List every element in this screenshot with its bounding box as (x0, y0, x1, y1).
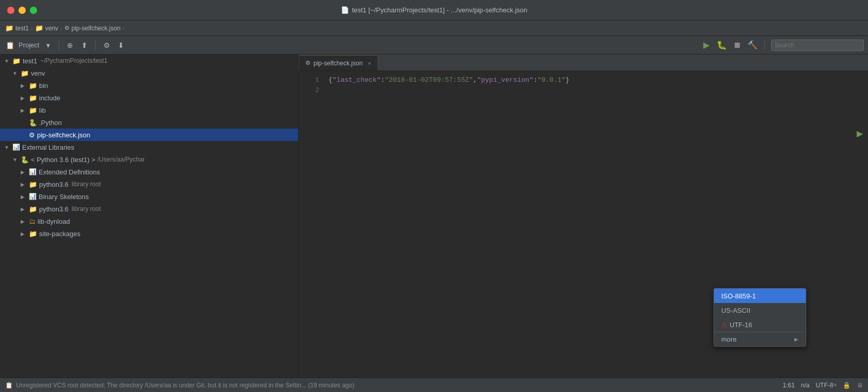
status-na: n/a (801, 382, 810, 389)
tree-label-dotpython: .Python (39, 119, 62, 127)
tree-label-test1: test1 (23, 57, 37, 65)
arrow-bin: ▶ (21, 83, 29, 88)
dropdown-item-iso[interactable]: ISO-8859-1 (714, 289, 806, 303)
divider-3 (765, 40, 765, 50)
breadcrumb-venv-label: venv (45, 25, 58, 32)
close-button[interactable] (7, 7, 14, 14)
tab-pip-selfcheck[interactable]: ⚙ pip-selfcheck.json × (299, 55, 378, 70)
debug-button[interactable]: 🐛 (716, 40, 727, 51)
project-panel-icon: 📋 (4, 40, 15, 51)
json-brace-open: { (328, 76, 333, 84)
breadcrumb-sep-2: › (60, 25, 62, 31)
tree-item-extlib[interactable]: ▼ 📊 External Libraries (0, 141, 298, 153)
sort-btn[interactable]: ⬇ (115, 40, 127, 51)
tree-item-lib[interactable]: ▶ 📁 lib (0, 104, 298, 116)
search-input[interactable] (771, 40, 864, 51)
status-right: 1:61 n/a UTF-8÷ 🔒 🖥 (783, 382, 863, 389)
status-position[interactable]: 1:61 (783, 382, 794, 389)
tree-sublabel-py36lib: library root (72, 181, 101, 188)
window-controls[interactable] (7, 7, 37, 14)
tree-item-venv[interactable]: ▼ 📁 venv (0, 67, 298, 79)
maximize-button[interactable] (30, 7, 37, 14)
breadcrumb: 📁 test1 › 📁 venv › ⚙ pip-selfcheck.json … (0, 21, 868, 36)
gear-btn[interactable]: ⚙ (101, 40, 112, 51)
folder-icon-2: 📁 (35, 24, 43, 32)
build-button[interactable]: 🔨 (747, 40, 758, 51)
dropdown-arrow-btn[interactable]: ▾ (42, 40, 54, 51)
breadcrumb-sep-1: › (31, 25, 33, 31)
encoding-dropdown[interactable]: ISO-8859-1 US-ASCII ⚠UTF-16 more ▶ (714, 288, 806, 347)
tree-item-dotpython[interactable]: 🐍 .Python (0, 116, 298, 129)
json-key-pypi: "pypi_version" (477, 76, 533, 84)
line-num-1: 1 (304, 75, 319, 85)
file-icon: 📄 (341, 6, 349, 14)
tree-item-extdef[interactable]: ▶ 📊 Extended Definitions (0, 166, 298, 178)
breadcrumb-test1[interactable]: 📁 test1 (5, 24, 29, 32)
code-area[interactable]: {"last_check":"2018-01-02T09:57:55Z","py… (324, 75, 868, 96)
json-val-pypi: "9.0.1" (537, 76, 566, 84)
divider-2 (95, 40, 96, 50)
status-message: Unregistered VCS root detected: The dire… (16, 382, 354, 389)
folder-icon-include: 📁 (29, 94, 37, 102)
tree-sublabel-py36lib2: library root (72, 205, 101, 212)
arrow-lib: ▶ (21, 108, 29, 113)
folder-icon-venv: 📁 (21, 69, 29, 77)
tree-label-binskeletons: Binary Skeletons (39, 193, 89, 201)
arrow-test1: ▼ (4, 58, 12, 64)
breadcrumb-file[interactable]: ⚙ pip-selfcheck.json (64, 25, 120, 32)
editor-content: 1 2 {"last_check":"2018-01-02T09:57:55Z"… (299, 71, 868, 100)
toolbar: 📋 Project ▾ ⊕ ⬆ ⚙ ⬇ ▶ 🐛 ⏹ 🔨 (0, 36, 868, 55)
tree-item-test1[interactable]: ▼ 📁 test1 ~/PycharmProjects/test1 (0, 55, 298, 67)
tree-item-py36lib[interactable]: ▶ 📁 python3.6 library root (0, 178, 298, 190)
vcs-icon: 📋 (5, 382, 13, 389)
minimize-button[interactable] (19, 7, 26, 14)
status-encoding[interactable]: UTF-8÷ (815, 382, 837, 389)
arrow-include: ▶ (21, 95, 29, 101)
tree-label-venv: venv (31, 69, 45, 77)
arrow-py36lib: ▶ (21, 182, 29, 187)
arrow-python36: ▼ (12, 157, 21, 163)
python-icon-36: 🐍 (21, 156, 29, 164)
dropdown-item-utf16[interactable]: ⚠UTF-16 (714, 317, 806, 332)
tree-item-binskeletons[interactable]: ▶ 📊 Binary Skeletons (0, 190, 298, 203)
dynload-icon: 🗂 (29, 218, 36, 225)
tree-item-pip-selfcheck[interactable]: ⚙ pip-selfcheck.json (0, 129, 298, 141)
tree-item-py36lib2[interactable]: ▶ 📁 python3.6 library root (0, 203, 298, 215)
dropdown-more-arrow: ▶ (794, 336, 798, 342)
tree-item-python36[interactable]: ▼ 🐍 < Python 3.6 (test1) > /Users/aa/Pyc… (0, 153, 298, 166)
breadcrumb-sep-3: › (123, 25, 125, 31)
project-label: Project (19, 41, 39, 49)
json-brace-close: } (565, 76, 569, 84)
folder-icon-lib: 📁 (29, 106, 37, 114)
tree-path-python36: /Users/aa/Pychar (97, 156, 145, 163)
stop-button[interactable]: ⏹ (732, 40, 743, 51)
code-line-2 (328, 85, 864, 96)
tree-item-bin[interactable]: ▶ 📁 bin (0, 79, 298, 92)
tree-item-libdynload[interactable]: ▶ 🗂 lib-dynload (0, 215, 298, 227)
extlib-icon: 📊 (12, 144, 20, 151)
dropdown-item-more[interactable]: more ▶ (714, 332, 806, 346)
toolbar-right: ▶ 🐛 ⏹ 🔨 (305, 40, 864, 51)
folder-icon-test1: 📁 (12, 57, 21, 65)
project-tree[interactable]: ▼ 📁 test1 ~/PycharmProjects/test1 ▼ 📁 ve… (0, 55, 299, 378)
tree-item-include[interactable]: ▶ 📁 include (0, 92, 298, 104)
tree-label-pip: pip-selfcheck.json (37, 131, 90, 139)
folder-icon-sitepackages: 📁 (29, 230, 37, 238)
tab-close-button[interactable]: × (368, 60, 371, 66)
binskel-icon: 📊 (29, 193, 37, 200)
breadcrumb-venv[interactable]: 📁 venv (35, 24, 58, 32)
dropdown-item-usascii[interactable]: US-ASCII (714, 303, 806, 317)
add-btn[interactable]: ⊕ (64, 40, 76, 51)
python-icon-dotpython: 🐍 (29, 119, 37, 127)
tree-label-extlib: External Libraries (22, 144, 74, 151)
json-colon-2: : (533, 76, 537, 84)
line-numbers: 1 2 (299, 75, 324, 96)
run-button[interactable]: ▶ (701, 40, 712, 51)
settings-btn[interactable]: ⬆ (79, 40, 90, 51)
line-num-2: 2 (304, 85, 319, 96)
tree-item-sitepackages[interactable]: ▶ 📁 site-packages (0, 227, 298, 240)
tab-icon: ⚙ (305, 60, 310, 66)
window-title: test1 [~/PycharmProjects/test1] - .../ve… (352, 6, 528, 14)
dropdown-label-iso: ISO-8859-1 (721, 292, 756, 300)
status-bar: 📋 Unregistered VCS root detected: The di… (0, 378, 868, 392)
